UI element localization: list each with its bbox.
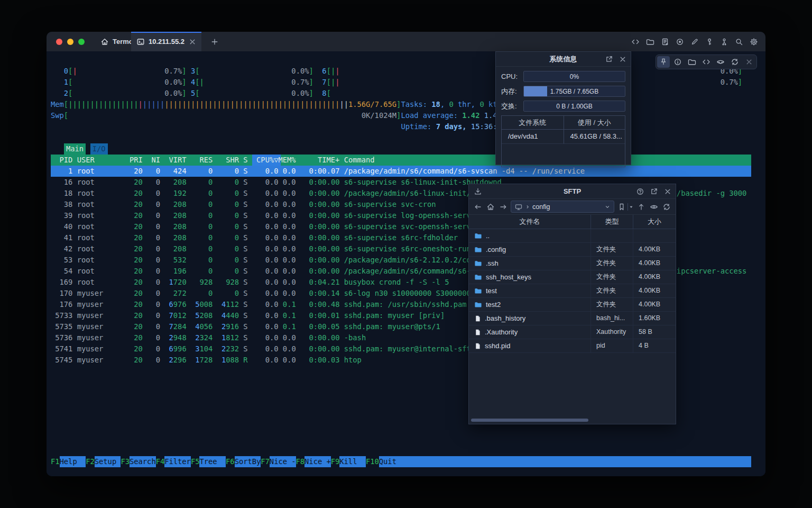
open-in-window-icon[interactable]: [649, 187, 659, 196]
sftp-file-row[interactable]: ssh_host_keys文件夹4.00KB: [469, 270, 676, 284]
process-row[interactable]: 1 root 20 0 424 0 0 S 0.0 0.0 0:00.07 /p…: [51, 166, 585, 177]
sftp-file-list: ...config文件夹4.00KB.ssh文件夹4.00KBssh_host_…: [469, 229, 676, 353]
log-icon[interactable]: [660, 37, 669, 46]
sftp-file-row[interactable]: sshd.pidpid4 B: [469, 339, 676, 353]
session-tab[interactable]: 10.211.55.2: [131, 32, 201, 51]
new-tab-button[interactable]: [208, 35, 222, 49]
sftp-file-row[interactable]: .bash_historybash_hi...1.60KB: [469, 312, 676, 325]
close-icon[interactable]: [618, 55, 628, 64]
path-breadcrumb[interactable]: config: [511, 201, 614, 213]
fkey-button-help[interactable]: Help: [60, 456, 86, 467]
sysinfo-panel: 系统信息 CPU:0%内存:1.75GB / 7.65GB交换:0 B / 1.…: [495, 51, 631, 165]
filesystem-table: 文件系统使用 / 大小/dev/vda145.61GB / 58.3...: [501, 115, 625, 167]
folder-icon[interactable]: [645, 37, 654, 46]
folder-icon: [474, 246, 482, 253]
tab-bar: Termora 10.211.55.2: [47, 32, 765, 52]
open-in-window-icon[interactable]: [604, 55, 614, 64]
fkey-button-nice+[interactable]: Nice +: [304, 456, 331, 467]
parent-dir-icon[interactable]: [636, 202, 647, 212]
process-row[interactable]: 5735 myuser 20 0 7284 4056 2916 S 0.0 0.…: [51, 321, 440, 332]
fkey-button-kill[interactable]: Kill: [339, 456, 366, 467]
folder-icon: [474, 232, 482, 240]
fkey-f2: F2: [86, 456, 95, 467]
folder-icon[interactable]: [686, 56, 698, 68]
process-row[interactable]: 169 root 20 0 1720 928 928 S 0.0 0.0 0:0…: [51, 277, 449, 288]
process-row[interactable]: 39 root 20 0 208 0 0 S 0.0 0.0 0:00.00 s…: [51, 210, 479, 221]
keychain-icon[interactable]: [719, 37, 728, 46]
code-icon[interactable]: [631, 37, 640, 46]
sftp-file-row[interactable]: .ssh文件夹4.00KB: [469, 257, 676, 270]
process-row[interactable]: 5733 myuser 20 0 7012 5208 4440 S 0.0 0.…: [51, 310, 445, 321]
refresh-icon[interactable]: [661, 202, 672, 212]
process-row[interactable]: 38 root 20 0 208 0 0 S 0.0 0.0 0:00.00 s…: [51, 199, 436, 210]
fs-column-header: 使用 / 大小: [564, 116, 625, 130]
search-icon[interactable]: [734, 37, 743, 46]
file-type: pid: [590, 339, 633, 353]
process-row[interactable]: 40 root 20 0 208 0 0 S 0.0 0.0 0:00.00 s…: [51, 221, 479, 232]
file-size: 4.00KB: [633, 270, 676, 284]
close-window-button[interactable]: [56, 39, 62, 45]
close-icon[interactable]: [743, 56, 755, 68]
fkey-f1: F1: [51, 456, 60, 467]
process-row[interactable]: 16 root 20 0 208 0 0 S 0.0 0.0 0:00.00 s…: [51, 177, 502, 188]
close-tab-icon[interactable]: [188, 38, 197, 46]
sftp-file-row[interactable]: ..: [469, 229, 676, 243]
horizontal-scrollbar[interactable]: [471, 419, 588, 422]
edit-icon[interactable]: [690, 37, 699, 46]
minimize-window-button[interactable]: [67, 39, 73, 45]
sftp-file-row[interactable]: test2文件夹4.00KB: [469, 298, 676, 312]
process-row[interactable]: 42 root 20 0 208 0 0 S 0.0 0.0 0:00.00 s…: [51, 243, 484, 255]
key-icon[interactable]: [705, 37, 714, 46]
fkey-button-nice[interactable]: Nice -: [270, 456, 296, 467]
fkey-button-setup[interactable]: Setup: [95, 456, 121, 467]
code-icon[interactable]: [700, 56, 713, 68]
folder-icon: [474, 273, 482, 281]
file-icon: [474, 329, 481, 336]
help-icon[interactable]: [635, 187, 645, 196]
nvidia-icon[interactable]: [714, 56, 727, 68]
sftp-column-header[interactable]: 大小: [633, 215, 676, 229]
fkey-button-filter[interactable]: Filter: [164, 456, 191, 467]
home-icon[interactable]: [485, 202, 496, 212]
back-icon[interactable]: [473, 202, 483, 212]
fkey-button-sortby[interactable]: SortBy: [235, 456, 261, 467]
record-icon[interactable]: [675, 37, 684, 46]
cpu-meter-0: 0[| 0.7%]: [64, 66, 187, 77]
bookmark-caret-icon[interactable]: [629, 204, 634, 210]
bookmark-icon[interactable]: [616, 202, 627, 212]
process-row[interactable]: 5736 myuser 20 0 2948 2324 1812 S 0.0 0.…: [51, 332, 366, 343]
refresh-icon[interactable]: [728, 56, 741, 68]
process-row[interactable]: 5741 myuser 20 0 6996 3104 2232 S 0.0 0.…: [51, 343, 475, 355]
fkey-button-search[interactable]: Search: [130, 456, 156, 467]
sftp-file-row[interactable]: test文件夹4.00KB: [469, 284, 676, 298]
settings-icon[interactable]: [749, 37, 758, 46]
htop-tab-main[interactable]: Main: [64, 143, 86, 155]
sftp-column-header[interactable]: 文件名: [469, 215, 590, 229]
pin-icon[interactable]: [657, 56, 670, 68]
sftp-file-row[interactable]: .config文件夹4.00KB: [469, 243, 676, 257]
zoom-window-button[interactable]: [78, 39, 85, 45]
fkey-f3: F3: [121, 456, 130, 467]
info-icon[interactable]: [671, 56, 684, 68]
close-icon[interactable]: [663, 187, 672, 196]
fkey-button-quit[interactable]: Quit: [379, 456, 405, 467]
sftp-file-row[interactable]: .XauthorityXauthority58 B: [469, 325, 676, 339]
forward-icon[interactable]: [498, 202, 509, 212]
metric-progress-bar: 0 B / 1.00GB: [523, 101, 625, 112]
cpu-meter-3: 3[ 0.0%]: [191, 66, 313, 77]
htop-tab-io[interactable]: I/O: [90, 143, 108, 155]
chevron-down-icon[interactable]: [604, 204, 611, 210]
cpu-meter-5: 5[ 0.0%]: [191, 88, 313, 99]
process-row[interactable]: 41 root 20 0 208 0 0 S 0.0 0.0 0:00.00 s…: [51, 232, 458, 243]
sftp-toolbar: config: [469, 199, 676, 215]
fkey-f6: F6: [226, 456, 235, 467]
fkey-button-tree[interactable]: Tree: [199, 456, 226, 467]
file-name: ssh_host_keys: [486, 270, 531, 284]
titlebar-toolbar: [631, 32, 758, 51]
process-row[interactable]: 5745 myuser 20 0 2296 1728 1088 R 0.0 0.…: [51, 355, 362, 366]
metric-value: 1.75GB / 7.65GB: [524, 86, 625, 96]
show-hidden-icon[interactable]: [649, 202, 659, 212]
sftp-column-header[interactable]: 类型: [590, 215, 633, 229]
fkey-f5: F5: [191, 456, 200, 467]
file-size: 4.00KB: [633, 298, 676, 312]
